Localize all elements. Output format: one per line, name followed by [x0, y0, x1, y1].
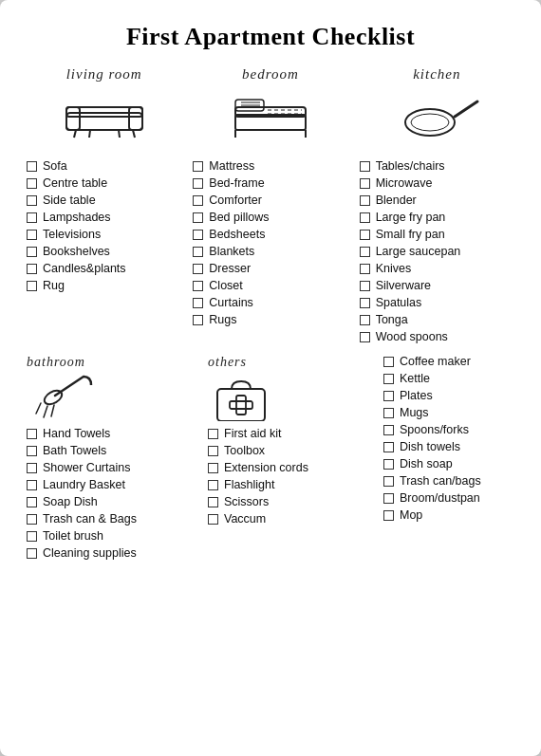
- checkbox[interactable]: [193, 247, 203, 257]
- svg-line-7: [119, 130, 120, 138]
- checkbox[interactable]: [208, 463, 218, 473]
- checkbox[interactable]: [193, 178, 203, 189]
- checkbox[interactable]: [193, 298, 203, 308]
- checkbox[interactable]: [208, 514, 218, 525]
- list-item: Rugs: [193, 313, 347, 326]
- checkbox[interactable]: [208, 429, 218, 439]
- checkbox[interactable]: [27, 247, 37, 257]
- list-item: Rug: [27, 279, 181, 292]
- list-item: Mattress: [193, 159, 347, 173]
- checkbox[interactable]: [360, 247, 370, 257]
- checkbox[interactable]: [208, 446, 218, 456]
- bathroom-list: Hand TowelsBath TowelsShower CurtainsLau…: [27, 427, 196, 560]
- list-item: Televisions: [27, 228, 181, 241]
- list-item: Tonga: [360, 313, 514, 326]
- checkbox[interactable]: [27, 429, 37, 439]
- checkbox[interactable]: [27, 264, 37, 274]
- checkbox[interactable]: [193, 264, 203, 274]
- item-label: Large saucepan: [376, 245, 461, 258]
- checkbox[interactable]: [383, 442, 394, 452]
- item-label: Dish towels: [400, 440, 460, 453]
- item-label: Mugs: [400, 406, 429, 419]
- checkbox[interactable]: [27, 230, 37, 240]
- checkbox[interactable]: [383, 408, 394, 418]
- svg-line-5: [133, 130, 135, 138]
- checkbox[interactable]: [360, 161, 370, 172]
- item-label: Bed pillows: [209, 211, 269, 224]
- list-item: Toolbox: [208, 444, 372, 457]
- checkbox[interactable]: [383, 476, 394, 487]
- item-label: Shower Curtains: [43, 461, 130, 474]
- list-item: Toilet brush: [27, 529, 196, 543]
- bathroom-col: bathroom Hand TowelsBath TowelsShower Cu…: [27, 355, 202, 563]
- svg-rect-27: [230, 401, 252, 409]
- svg-line-20: [55, 377, 84, 396]
- checkbox[interactable]: [27, 480, 37, 490]
- checkbox[interactable]: [27, 531, 37, 542]
- item-label: Dish soap: [400, 457, 453, 470]
- checkbox[interactable]: [193, 315, 203, 325]
- checkbox[interactable]: [208, 480, 218, 490]
- item-label: Small fry pan: [376, 228, 445, 241]
- checkbox[interactable]: [208, 497, 218, 507]
- checkbox[interactable]: [360, 212, 370, 223]
- list-item: Spoons/forks: [383, 423, 514, 436]
- checkbox[interactable]: [360, 281, 370, 291]
- checkbox[interactable]: [383, 374, 394, 384]
- item-label: Toilet brush: [43, 529, 103, 543]
- checkbox[interactable]: [383, 391, 394, 401]
- checkbox[interactable]: [383, 459, 394, 470]
- checkbox[interactable]: [383, 493, 394, 504]
- checkbox[interactable]: [360, 298, 370, 308]
- kitchen-list: Tables/chairsMicrowaveBlenderLarge fry p…: [360, 159, 514, 343]
- checkbox[interactable]: [27, 548, 37, 559]
- list-item: Spatulas: [360, 296, 514, 309]
- list-item: Bed-frame: [193, 176, 347, 190]
- item-label: Candles&plants: [43, 262, 126, 275]
- list-item: Extension cords: [208, 461, 372, 474]
- item-label: Kettle: [400, 372, 430, 385]
- checkbox[interactable]: [360, 332, 370, 342]
- checkbox[interactable]: [360, 178, 370, 189]
- page-title: First Apartment Checklist: [27, 23, 514, 51]
- checkbox[interactable]: [193, 161, 203, 172]
- checkbox[interactable]: [27, 497, 37, 507]
- checkbox[interactable]: [383, 425, 394, 435]
- checkbox[interactable]: [383, 510, 394, 521]
- checkbox[interactable]: [360, 315, 370, 325]
- checkbox[interactable]: [193, 212, 203, 223]
- svg-line-6: [89, 130, 90, 138]
- list-item: Laundry Basket: [27, 478, 196, 491]
- checkbox[interactable]: [193, 281, 203, 291]
- checkbox[interactable]: [383, 357, 394, 367]
- checkbox[interactable]: [193, 230, 203, 240]
- svg-line-23: [44, 406, 47, 417]
- checkbox[interactable]: [27, 446, 37, 456]
- checkbox[interactable]: [360, 264, 370, 274]
- list-item: Wood spoons: [360, 330, 514, 343]
- item-label: Lampshades: [43, 211, 111, 224]
- checkbox[interactable]: [360, 230, 370, 240]
- checkbox[interactable]: [27, 514, 37, 525]
- list-item: Shower Curtains: [27, 461, 196, 474]
- checkbox[interactable]: [27, 195, 37, 206]
- page: First Apartment Checklist living room: [0, 0, 541, 756]
- list-item: Candles&plants: [27, 262, 181, 275]
- item-label: Trash can/bags: [400, 474, 481, 488]
- checkbox[interactable]: [27, 463, 37, 473]
- bedroom-label: bedroom: [242, 66, 299, 83]
- living-room-list: SofaCentre tableSide tableLampshadesTele…: [27, 159, 181, 292]
- item-label: Comforter: [209, 194, 262, 207]
- kitchen-label: kitchen: [413, 66, 460, 83]
- checkbox[interactable]: [27, 161, 37, 172]
- checkbox[interactable]: [27, 281, 37, 291]
- checkbox[interactable]: [27, 212, 37, 223]
- others-col: others First aid kitToolboxExtension cor…: [202, 355, 378, 563]
- list-item: Vaccum: [208, 512, 372, 526]
- living-room-col: living room SofaCentre tableSide tableLa…: [27, 66, 187, 347]
- others-label: others: [208, 355, 247, 370]
- checkbox[interactable]: [27, 178, 37, 189]
- checkbox[interactable]: [193, 195, 203, 206]
- checkbox[interactable]: [360, 195, 370, 206]
- list-item: First aid kit: [208, 427, 372, 440]
